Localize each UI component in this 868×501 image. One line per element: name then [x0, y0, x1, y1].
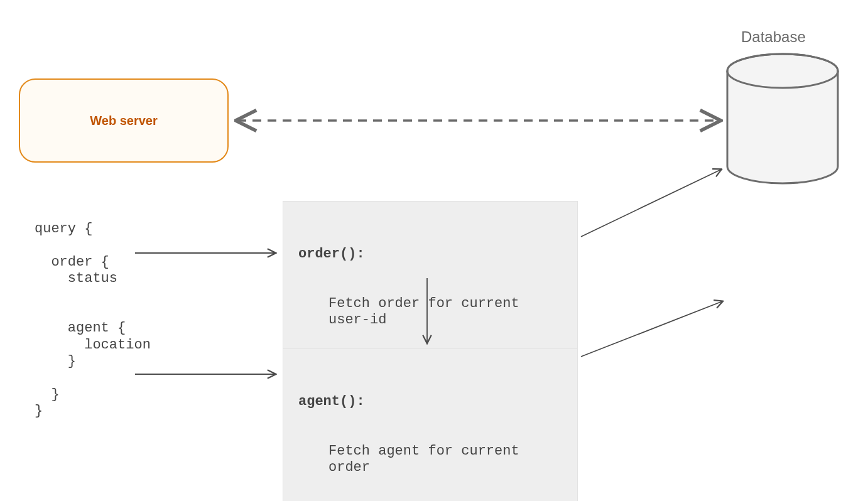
- database-icon: [727, 54, 838, 183]
- resolver-agent-title: agent():: [298, 394, 562, 410]
- query-line: query {: [35, 221, 92, 237]
- diagram-canvas: Web server Database query { order { stat…: [0, 0, 868, 501]
- connector-agent-db: [581, 301, 722, 357]
- web-server-label: Web server: [90, 114, 157, 128]
- resolver-order-desc-l2: user-id: [328, 312, 386, 328]
- query-line: location: [35, 337, 151, 353]
- resolver-order-desc-l1: Fetch order for current: [328, 296, 519, 311]
- query-block: query { order { status agent { location …: [35, 221, 151, 420]
- resolver-agent-desc: Fetch agent for current order: [298, 443, 562, 477]
- svg-point-0: [727, 54, 838, 88]
- query-line: order {: [35, 254, 109, 270]
- query-line: }: [35, 403, 43, 419]
- web-server-node: Web server: [19, 78, 229, 163]
- query-line: status: [35, 271, 117, 286]
- resolver-agent-desc-l1: Fetch agent for current: [328, 443, 519, 459]
- query-line: }: [35, 353, 76, 369]
- svg-point-1: [727, 54, 838, 88]
- resolver-agent: agent(): Fetch agent for current order: [283, 348, 578, 501]
- resolver-agent-desc-l2: order: [328, 460, 370, 475]
- resolver-order-desc: Fetch order for current user-id: [298, 296, 562, 329]
- database-label: Database: [741, 28, 806, 46]
- connector-order-db: [581, 170, 721, 237]
- query-line: }: [35, 387, 60, 402]
- resolver-order-title: order():: [298, 246, 562, 262]
- query-line: agent {: [35, 320, 126, 336]
